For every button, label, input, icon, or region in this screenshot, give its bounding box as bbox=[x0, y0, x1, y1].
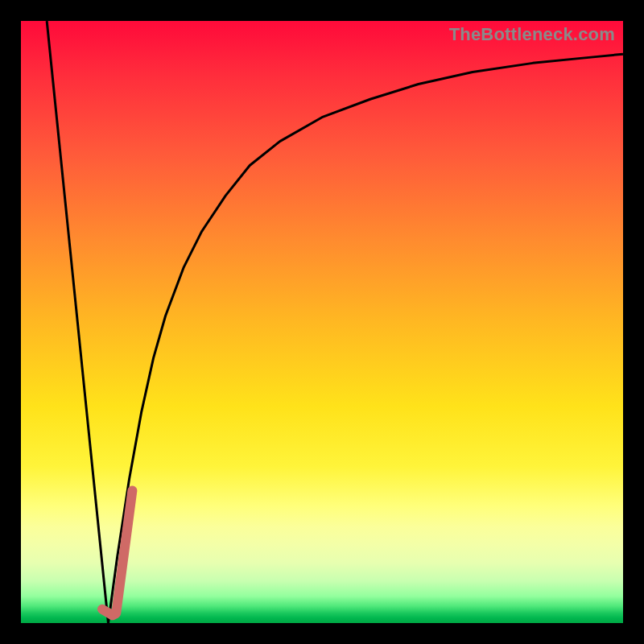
series-falling-line bbox=[47, 21, 108, 623]
chart-curves bbox=[21, 21, 623, 623]
chart-frame: TheBottleneck.com bbox=[0, 0, 644, 644]
series-group bbox=[47, 21, 623, 623]
series-rising-curve bbox=[108, 54, 623, 623]
chart-plot-area: TheBottleneck.com bbox=[21, 21, 623, 623]
